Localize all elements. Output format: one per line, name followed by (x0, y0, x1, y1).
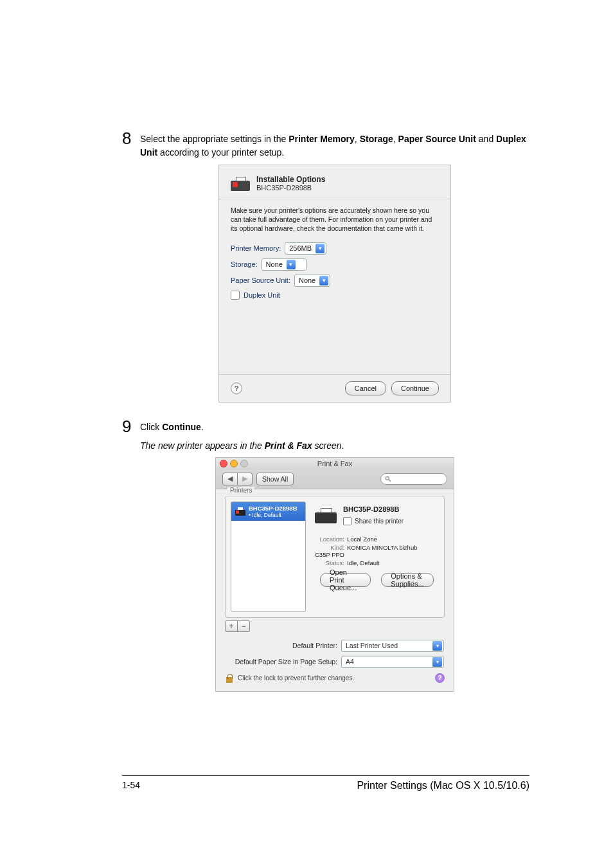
select-value: None (266, 260, 283, 268)
storage-select[interactable]: None ▾ (262, 258, 306, 271)
nav-forward-button[interactable]: ▶ (238, 473, 253, 485)
step-9-text: Click Continue. (140, 417, 204, 437)
status-key: Status: (315, 559, 344, 566)
default-paper-size-select[interactable]: A4 ▾ (341, 656, 444, 668)
svg-point-0 (386, 476, 389, 480)
dropdown-arrows-icon: ▾ (319, 276, 328, 285)
location-value: Local Zone (347, 536, 377, 543)
paper-source-unit-select[interactable]: None ▾ (294, 275, 330, 287)
installable-options-dialog: Installable Options BHC35P-D2898B Make s… (218, 165, 451, 402)
printer-icon (231, 174, 250, 192)
storage-label: Storage: (231, 260, 258, 268)
continue-button[interactable]: Continue (391, 381, 439, 395)
t: screen. (312, 440, 344, 451)
show-all-button[interactable]: Show All (256, 473, 294, 485)
open-print-queue-button[interactable]: Open Print Queue... (320, 573, 371, 587)
select-value: None (299, 276, 315, 284)
t: according to your printer setup. (157, 147, 284, 158)
location-key: Location: (315, 536, 344, 543)
b: Storage (360, 134, 393, 144)
cancel-button[interactable]: Cancel (345, 381, 386, 395)
dropdown-arrows-icon: ▾ (287, 260, 296, 269)
printer-icon (235, 507, 245, 516)
lock-text: Click the lock to prevent further change… (238, 674, 435, 682)
footer-title: Printer Settings (Mac OS X 10.5/10.6) (357, 780, 529, 791)
result-text: The new printer appears in the Print & F… (140, 440, 529, 451)
printer-item-status: • Idle, Default (249, 512, 298, 518)
default-printer-select[interactable]: Last Printer Used ▾ (341, 640, 444, 652)
dialog-title: Installable Options (256, 175, 325, 184)
kind-key: Kind: (315, 544, 344, 551)
print-and-fax-window: Print & Fax ◀ ▶ Show All Printers (215, 457, 454, 692)
printers-list[interactable]: BHC35P-D2898B • Idle, Default (231, 502, 306, 612)
selected-printer-name: BHC35P-D2898B (343, 505, 404, 513)
printer-item-name: BHC35P-D2898B (249, 505, 298, 512)
b: Printer Memory (289, 134, 355, 144)
t: , (355, 134, 360, 144)
t: . (201, 422, 204, 432)
help-button[interactable]: ? (435, 673, 445, 683)
search-input[interactable] (380, 473, 447, 485)
duplex-unit-checkbox[interactable] (231, 291, 240, 300)
default-paper-size-label: Default Paper Size in Page Setup: (225, 658, 337, 665)
options-and-supplies-button[interactable]: Options & Supplies... (381, 573, 434, 587)
add-printer-button[interactable]: + (225, 620, 238, 632)
dialog-message: Make sure your printer's options are acc… (231, 206, 439, 233)
select-value: 256MB (289, 244, 312, 252)
svg-line-1 (389, 480, 391, 482)
paper-source-unit-label: Paper Source Unit: (231, 276, 290, 284)
select-value: A4 (346, 658, 354, 665)
nav-back-button[interactable]: ◀ (222, 473, 238, 485)
search-icon (385, 476, 391, 482)
duplex-unit-label: Duplex Unit (244, 291, 280, 299)
page-number: 1-54 (122, 780, 140, 791)
step-8-number: 8 (122, 129, 140, 159)
b: Print & Fax (265, 440, 312, 451)
printer-icon (315, 505, 337, 525)
t: The new printer appears in the (140, 440, 265, 451)
t: , (393, 134, 398, 144)
step-9-number: 9 (122, 417, 140, 437)
dropdown-arrows-icon: ▾ (432, 657, 442, 667)
printer-memory-label: Printer Memory: (231, 244, 281, 252)
printer-memory-select[interactable]: 256MB ▾ (285, 242, 326, 255)
lock-icon[interactable] (225, 673, 234, 683)
remove-printer-button[interactable]: − (238, 620, 250, 632)
default-printer-label: Default Printer: (225, 642, 337, 649)
b: Continue (162, 422, 201, 432)
share-printer-label: Share this printer (355, 518, 404, 525)
help-button[interactable]: ? (231, 383, 242, 394)
printer-list-item[interactable]: BHC35P-D2898B • Idle, Default (231, 502, 305, 521)
dialog-printer-name: BHC35P-D2898B (256, 184, 325, 192)
t: and (476, 134, 496, 144)
printers-group-label: Printers (227, 487, 254, 494)
dropdown-arrows-icon: ▾ (432, 641, 442, 651)
share-printer-checkbox[interactable] (343, 517, 351, 525)
t: Select the appropriate settings in the (140, 134, 289, 144)
b: Paper Source Unit (398, 134, 476, 144)
select-value: Last Printer Used (346, 642, 398, 649)
t: Click (140, 422, 162, 432)
window-titlebar: Print & Fax (216, 458, 454, 469)
dropdown-arrows-icon: ▾ (315, 244, 324, 253)
window-title: Print & Fax (216, 460, 454, 467)
status-value: Idle, Default (347, 559, 380, 566)
step-8-text: Select the appropriate settings in the P… (140, 129, 529, 159)
